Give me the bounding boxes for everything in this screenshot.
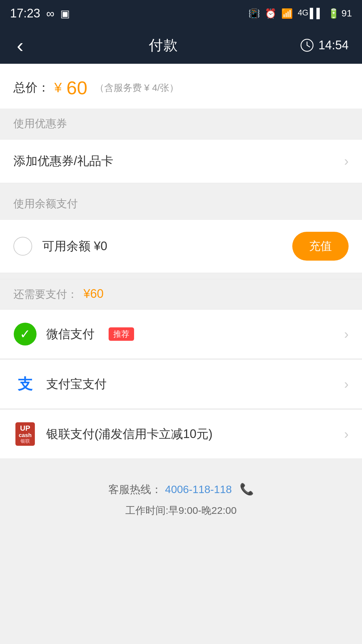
battery-icon: 🔋 91 [328, 8, 352, 19]
wifi-icon: 📶 [281, 8, 293, 19]
coupon-section-header: 使用优惠券 [0, 109, 362, 139]
status-time: 17:23 [10, 6, 40, 20]
alarm-icon: ⏰ [265, 8, 277, 19]
status-right: 📳 ⏰ 📶 4G ▌▌ 🔋 91 [248, 8, 352, 19]
status-bar: 17:23 ∞ ▣ 📳 ⏰ 📶 4G ▌▌ 🔋 91 [0, 0, 362, 27]
infinity-icon: ∞ [46, 7, 54, 20]
price-section: 总价： ¥ 60 （含服务费 ¥ 4/张） [0, 64, 362, 109]
alipay-icon: 支 [18, 374, 33, 394]
balance-section: 可用余额 ¥0 充值 [0, 219, 362, 273]
price-label: 总价： [13, 79, 50, 96]
remaining-section: 还需要支付： ¥60 [0, 279, 362, 309]
page-title: 付款 [149, 36, 178, 55]
footer: 客服热线： 4006-118-118 📞 工作时间:早9:00-晚22:00 [0, 466, 362, 531]
unionpay-label: 银联支付(浦发信用卡立减10元) [46, 426, 213, 442]
add-coupon-row[interactable]: 添加优惠券/礼品卡 › [0, 139, 362, 183]
wechat-icon-wrap: ✓ [13, 322, 37, 346]
notification-icon: ▣ [60, 8, 70, 19]
price-amount: 60 [66, 77, 87, 99]
balance-left: 可用余额 ¥0 [13, 237, 107, 256]
unionpay-row[interactable]: UP cash 银联 银联支付(浦发信用卡立减10元) › [0, 410, 362, 459]
balance-section-header: 使用余额支付 [0, 189, 362, 219]
gap2 [0, 273, 362, 279]
balance-text: 可用余额 ¥0 [42, 238, 107, 255]
remaining-amount: ¥60 [83, 287, 104, 301]
add-coupon-label: 添加优惠券/礼品卡 [13, 153, 113, 169]
svg-line-2 [307, 45, 310, 47]
balance-radio[interactable] [13, 237, 32, 256]
wechat-chevron-icon: › [344, 327, 349, 342]
price-row: 总价： ¥ 60 （含服务费 ¥ 4/张） [13, 77, 349, 99]
gap1 [0, 183, 362, 189]
unionpay-chevron-icon: › [344, 427, 349, 442]
phone-icon[interactable]: 📞 [240, 483, 254, 495]
alipay-icon-wrap: 支 [13, 372, 37, 396]
app-bar-right: 14:54 [300, 38, 349, 52]
unionpay-icon-wrap: UP cash 银联 [13, 422, 37, 446]
gap3 [0, 459, 362, 465]
app-bar: ‹ 付款 14:54 [0, 27, 362, 64]
alipay-row[interactable]: 支 支付宝支付 › [0, 360, 362, 409]
wechat-pay-label: 微信支付 [46, 326, 95, 342]
coupon-header-label: 使用优惠券 [13, 117, 67, 129]
price-note: （含服务费 ¥ 4/张） [95, 82, 179, 94]
back-button[interactable]: ‹ [13, 31, 27, 60]
phone-number[interactable]: 4006-118-118 [165, 483, 232, 495]
balance-header-label: 使用余额支付 [13, 198, 78, 210]
unionpay-icon: UP cash 银联 [15, 422, 35, 446]
currency-symbol: ¥ [54, 80, 62, 95]
recharge-button[interactable]: 充值 [292, 232, 349, 261]
alipay-label: 支付宝支付 [46, 376, 107, 392]
wechat-pay-row[interactable]: ✓ 微信支付 推荐 › [0, 309, 362, 359]
status-left: 17:23 ∞ ▣ [10, 6, 70, 20]
wechat-check-icon: ✓ [20, 327, 31, 341]
footer-hours: 工作时间:早9:00-晚22:00 [13, 504, 349, 518]
vibrate-icon: 📳 [248, 8, 260, 19]
remaining-label: 还需要支付： [13, 288, 78, 300]
hotline-label: 客服热线： [108, 483, 162, 495]
footer-hotline: 客服热线： 4006-118-118 📞 [13, 482, 349, 497]
unionpay-left: UP cash 银联 银联支付(浦发信用卡立减10元) [13, 422, 213, 446]
app-time: 14:54 [318, 38, 349, 52]
chevron-right-icon: › [344, 154, 349, 169]
alipay-left: 支 支付宝支付 [13, 372, 107, 396]
signal-icon: 4G ▌▌ [298, 8, 323, 19]
wechat-icon: ✓ [14, 323, 37, 345]
clock-icon [300, 39, 314, 52]
recommend-badge: 推荐 [109, 327, 134, 341]
alipay-chevron-icon: › [344, 377, 349, 392]
wechat-pay-left: ✓ 微信支付 推荐 [13, 322, 134, 346]
